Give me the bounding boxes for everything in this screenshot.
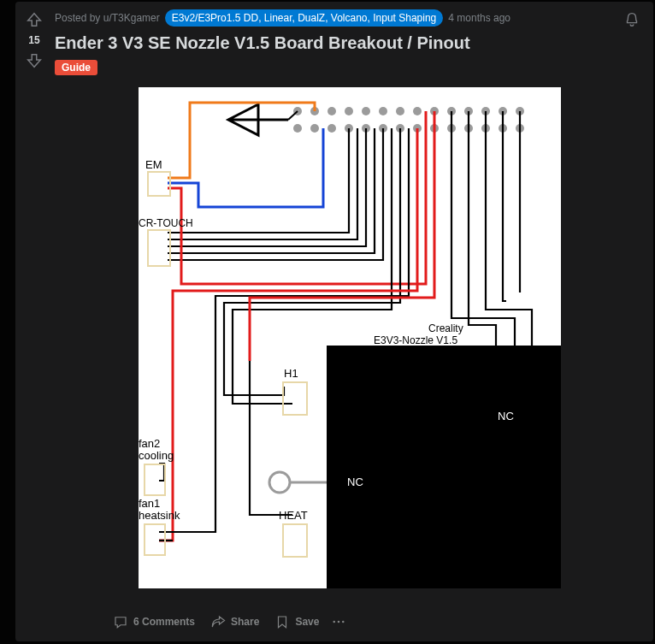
- post-image-area[interactable]: EM CR-TOUCH H1 fan2 cooling fan1 heatsin…: [55, 87, 645, 588]
- svg-point-1: [293, 124, 302, 133]
- notify-bell-icon[interactable]: [623, 9, 641, 28]
- svg-point-5: [328, 124, 336, 133]
- post-title[interactable]: Ender 3 V3 SE Nozzle V1.5 Board Breakout…: [55, 32, 645, 54]
- label-fan2b: cooling: [139, 450, 174, 462]
- post-main: Posted by u/T3Kgamer E3v2/E3Pro1.5 DD, L…: [53, 2, 653, 641]
- label-h1: H1: [284, 368, 298, 380]
- post-flair[interactable]: Guide: [55, 60, 97, 75]
- label-nc2: NC: [498, 411, 514, 422]
- svg-point-38: [338, 621, 340, 623]
- label-board2: E3V3-Nozzle V1.5: [374, 334, 457, 346]
- svg-point-37: [333, 621, 336, 623]
- label-em: EM: [145, 159, 162, 171]
- vote-score: 15: [28, 34, 39, 46]
- posted-by-label: Posted by u/T3Kgamer: [55, 11, 160, 25]
- user-flair-pill[interactable]: E3v2/E3Pro1.5 DD, Linear, DualZ, Volcano…: [165, 9, 444, 27]
- svg-point-14: [413, 107, 422, 115]
- label-fan1b: heatsink: [139, 510, 180, 522]
- port-heat: [282, 523, 308, 558]
- port-em: [147, 171, 171, 197]
- author-link[interactable]: u/T3Kgamer: [103, 12, 160, 24]
- svg-point-10: [379, 107, 387, 115]
- post-meta: Posted by u/T3Kgamer E3v2/E3Pro1.5 DD, L…: [55, 9, 645, 27]
- ellipsis-icon: [331, 614, 346, 629]
- port-fan1: [144, 523, 166, 556]
- bookmark-icon: [274, 614, 290, 629]
- save-label: Save: [295, 616, 319, 628]
- label-nc1: NC: [347, 476, 363, 488]
- share-label: Share: [231, 616, 259, 628]
- label-fan1a: fan1: [139, 498, 160, 510]
- port-crtouch: [147, 229, 171, 267]
- vote-column: 15: [15, 2, 53, 641]
- svg-point-4: [328, 107, 336, 115]
- svg-point-29: [269, 472, 290, 493]
- share-icon: [210, 614, 226, 629]
- upvote-button[interactable]: [25, 10, 44, 29]
- post-action-bar: 6 Comments Share Save: [106, 606, 643, 638]
- comments-button[interactable]: 6 Comments: [106, 609, 202, 635]
- label-crtouch: CR-TOUCH: [139, 217, 193, 229]
- downvote-button[interactable]: [25, 51, 44, 70]
- svg-point-39: [342, 621, 345, 623]
- svg-point-6: [345, 107, 353, 115]
- board-silhouette: [327, 346, 561, 588]
- port-fan2: [144, 464, 166, 496]
- share-button[interactable]: Share: [204, 609, 266, 635]
- save-button[interactable]: Save: [268, 609, 326, 635]
- port-h1: [282, 381, 308, 416]
- comments-label: 6 Comments: [133, 616, 195, 628]
- svg-point-3: [310, 124, 319, 133]
- comment-icon: [113, 614, 128, 629]
- label-fan2a: fan2: [139, 438, 160, 450]
- post-time[interactable]: 4 months ago: [448, 11, 510, 25]
- label-heat: HEAT: [279, 510, 308, 522]
- pinout-diagram: EM CR-TOUCH H1 fan2 cooling fan1 heatsin…: [139, 87, 561, 588]
- label-board1: Creality: [428, 322, 463, 334]
- svg-point-12: [396, 107, 404, 115]
- post-card: 15 Posted by u/T3Kgamer E3v2/E3Pro1.5 DD…: [15, 2, 653, 641]
- svg-point-8: [362, 107, 370, 115]
- more-button[interactable]: [328, 609, 350, 635]
- svg-line-28: [288, 111, 298, 120]
